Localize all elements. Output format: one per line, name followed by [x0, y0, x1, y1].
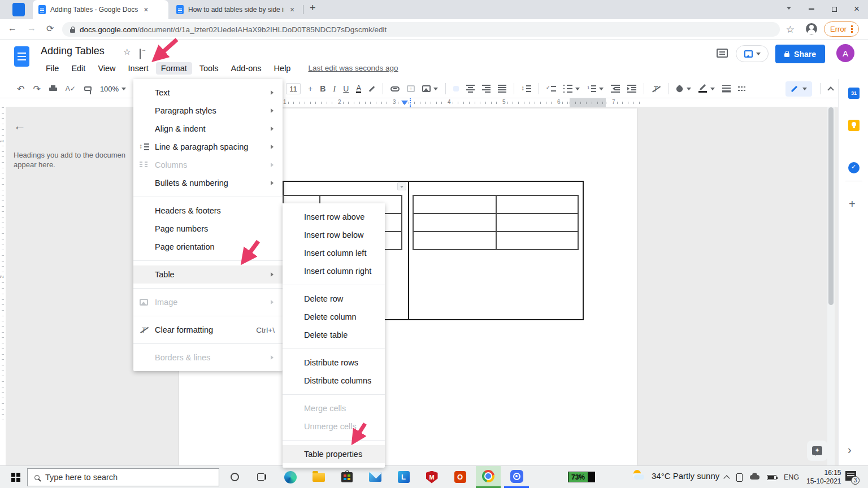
tab-inactive[interactable]: How to add tables side by side in × — [171, 0, 302, 19]
tray-expand-icon[interactable] — [723, 475, 730, 481]
format-menu-item-clear-formatting[interactable]: Clear formatting Ctrl+\ — [133, 321, 283, 339]
format-menu-item-page-orientation[interactable]: Page orientation — [133, 238, 283, 256]
menu-tools[interactable]: Tools — [194, 62, 224, 75]
explore-button[interactable]: ✦ — [807, 441, 827, 461]
bookmark-star-icon[interactable]: ☆ — [786, 24, 795, 36]
menu-addons[interactable]: Add-ons — [226, 62, 267, 75]
fill-color-caret-icon[interactable] — [687, 88, 691, 93]
comment-history-icon[interactable] — [717, 49, 728, 58]
spellcheck-icon[interactable]: A✓ — [66, 85, 76, 93]
add-addon-button[interactable]: + — [849, 198, 856, 211]
docs-logo[interactable] — [14, 46, 29, 67]
calendar-icon[interactable]: 31 — [848, 88, 860, 99]
hide-side-panel-icon[interactable]: › — [848, 443, 852, 456]
decrease-indent-icon[interactable] — [611, 85, 620, 93]
weather-widget[interactable]: 34°C Partly sunny — [632, 469, 719, 482]
task-view-icon[interactable] — [257, 473, 264, 481]
format-menu-item-table[interactable]: Table — [133, 265, 283, 284]
align-center-icon[interactable] — [466, 85, 475, 93]
cortana-icon[interactable] — [231, 473, 239, 481]
account-avatar[interactable]: A — [836, 44, 854, 62]
menu-view[interactable]: View — [93, 62, 120, 75]
keep-icon[interactable] — [848, 120, 860, 131]
taskbar-chrome-active[interactable] — [476, 466, 501, 488]
lock-icon[interactable] — [70, 29, 75, 33]
align-right-icon[interactable] — [482, 85, 491, 93]
checklist-icon[interactable] — [546, 85, 556, 93]
format-menu-item-bullets-numbering[interactable]: Bullets & numbering — [133, 174, 283, 192]
numbered-list-icon[interactable] — [587, 85, 596, 93]
taskbar-mcafee[interactable]: M — [419, 466, 444, 488]
line-spacing-icon[interactable] — [522, 85, 531, 93]
clock[interactable]: 16:15 15-10-2021 — [806, 469, 841, 486]
menu-edit[interactable]: Edit — [66, 62, 90, 75]
scrollbar-thumb[interactable] — [828, 107, 834, 305]
highlight-color-icon[interactable] — [369, 86, 375, 92]
table-menu-item-table-properties[interactable]: Table properties — [283, 445, 385, 463]
forward-icon[interactable]: → — [27, 23, 36, 33]
format-menu-item-line-spacing[interactable]: Line & paragraph spacing — [133, 138, 283, 156]
menu-format[interactable]: Format — [156, 62, 192, 75]
tab-search-icon[interactable] — [778, 0, 800, 18]
back-icon[interactable]: ← — [8, 23, 17, 33]
border-color-caret-icon[interactable] — [710, 88, 715, 93]
onedrive-icon[interactable] — [750, 475, 760, 480]
clear-formatting-icon[interactable] — [652, 85, 661, 93]
insert-image-icon[interactable] — [422, 85, 431, 92]
error-button[interactable]: Error — [824, 21, 859, 37]
undo-icon[interactable]: ↶ — [17, 84, 24, 94]
add-comment-icon[interactable]: + — [407, 85, 415, 92]
table-menu-item-insert-row-below[interactable]: Insert row below — [283, 226, 385, 244]
browser-menu-icon[interactable] — [851, 25, 853, 33]
tab-active[interactable]: Adding Tables - Google Docs × — [33, 0, 168, 19]
taskbar-mail[interactable] — [363, 466, 388, 488]
table-menu-item-insert-row-above[interactable]: Insert row above — [283, 208, 385, 226]
tab-close-icon[interactable]: × — [289, 5, 296, 14]
maximize-button[interactable] — [823, 0, 845, 18]
taskbar-file-explorer[interactable] — [306, 466, 331, 488]
format-menu-item-text[interactable]: Text — [133, 84, 283, 102]
increase-indent-icon[interactable] — [627, 85, 636, 93]
new-tab-button[interactable]: + — [310, 2, 316, 14]
bulleted-list-caret-icon[interactable] — [575, 88, 580, 93]
star-document-icon[interactable]: ☆ — [123, 47, 131, 57]
table-menu-item-delete-table[interactable]: Delete table — [283, 326, 385, 344]
menu-help[interactable]: Help — [269, 62, 296, 75]
bold-icon[interactable]: B — [320, 84, 326, 93]
table-menu-item-distribute-columns[interactable]: Distribute columns — [283, 372, 385, 390]
font-size-value[interactable]: 11 — [286, 83, 301, 94]
table-selector-dropdown[interactable] — [397, 182, 406, 190]
taskbar-office[interactable]: O — [448, 466, 472, 488]
vertical-scrollbar[interactable] — [827, 107, 835, 465]
share-button[interactable]: Share — [775, 45, 825, 63]
table-menu-item-delete-column[interactable]: Delete column — [283, 308, 385, 326]
present-button[interactable] — [736, 45, 769, 62]
format-menu-item-headers-footers[interactable]: Headers & footers — [133, 202, 283, 220]
browser-profile-icon[interactable] — [806, 23, 817, 34]
table-menu-item-insert-column-left[interactable]: Insert column left — [283, 244, 385, 262]
font-size-increase-button[interactable]: + — [308, 84, 313, 93]
underline-icon[interactable]: U — [343, 84, 349, 93]
language-indicator[interactable]: ENG — [784, 473, 799, 481]
border-width-icon[interactable] — [722, 85, 731, 93]
close-window-button[interactable]: × — [845, 0, 868, 18]
taskbar-recorder-active[interactable] — [504, 466, 529, 488]
tasks-icon[interactable] — [848, 162, 860, 173]
text-color-icon[interactable]: A — [356, 84, 361, 93]
redo-icon[interactable]: ↷ — [33, 84, 40, 94]
taskbar-store[interactable] — [335, 466, 359, 488]
document-title[interactable]: Adding Tables — [41, 45, 105, 57]
border-dash-icon[interactable] — [738, 85, 747, 93]
menu-file[interactable]: File — [41, 62, 64, 75]
address-bar[interactable]: docs.google.com/document/d/1a_lzter02Ued… — [62, 22, 780, 37]
editing-mode-button[interactable] — [785, 81, 812, 97]
move-folder-icon[interactable] — [140, 49, 141, 59]
table-menu-item-insert-column-right[interactable]: Insert column right — [283, 262, 385, 280]
battery-tray-icon[interactable] — [767, 475, 776, 480]
zoom-select[interactable]: 100% — [100, 85, 126, 93]
border-color-icon[interactable] — [698, 85, 708, 93]
insert-link-icon[interactable] — [390, 86, 400, 91]
reload-icon[interactable]: ⟳ — [46, 23, 54, 34]
format-menu-item-align-indent[interactable]: Align & indent — [133, 120, 283, 138]
italic-icon[interactable]: I — [333, 84, 336, 94]
